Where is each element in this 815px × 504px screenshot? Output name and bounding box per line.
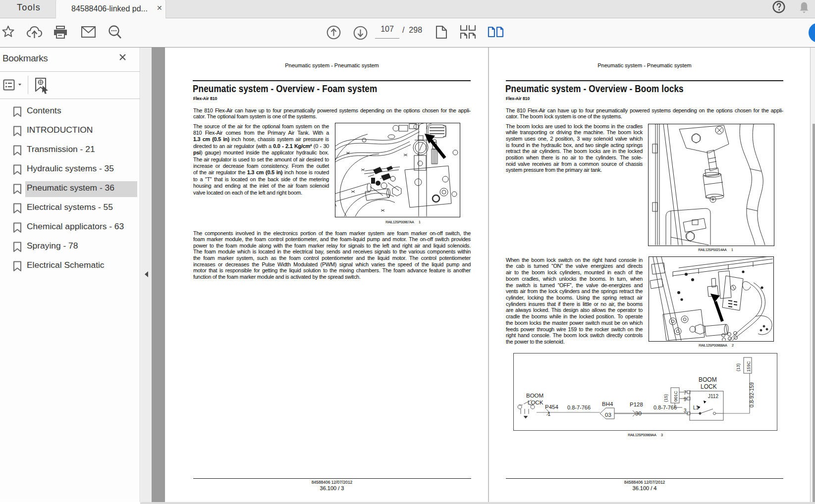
- svg-text:159C: 159C: [746, 361, 751, 372]
- svg-text:BH4: BH4: [602, 401, 613, 407]
- svg-text:3: 3: [684, 408, 687, 413]
- svg-text:0.8-7-766: 0.8-7-766: [567, 404, 591, 410]
- svg-text:BOOM: BOOM: [526, 393, 543, 399]
- svg-text:P454: P454: [545, 404, 558, 410]
- svg-text:P128: P128: [630, 402, 643, 407]
- svg-text:1: 1: [547, 411, 550, 417]
- svg-text:LOCK: LOCK: [528, 400, 543, 405]
- svg-text:9: 9: [684, 397, 687, 402]
- svg-text:J112: J112: [708, 394, 718, 399]
- svg-text:(15): (15): [663, 394, 668, 402]
- svg-text:03: 03: [605, 412, 611, 418]
- svg-text:BOOM: BOOM: [699, 376, 717, 383]
- svg-text:L1: L1: [693, 405, 699, 410]
- svg-text:001C: 001C: [673, 391, 678, 402]
- svg-text:7: 7: [684, 390, 687, 396]
- svg-text:0.8-92-159: 0.8-92-159: [749, 382, 755, 407]
- svg-text:LOCK: LOCK: [701, 383, 717, 390]
- svg-text:30: 30: [635, 410, 642, 416]
- svg-text:(13): (13): [736, 363, 741, 371]
- svg-text:0.8-7-766: 0.8-7-766: [653, 404, 677, 410]
